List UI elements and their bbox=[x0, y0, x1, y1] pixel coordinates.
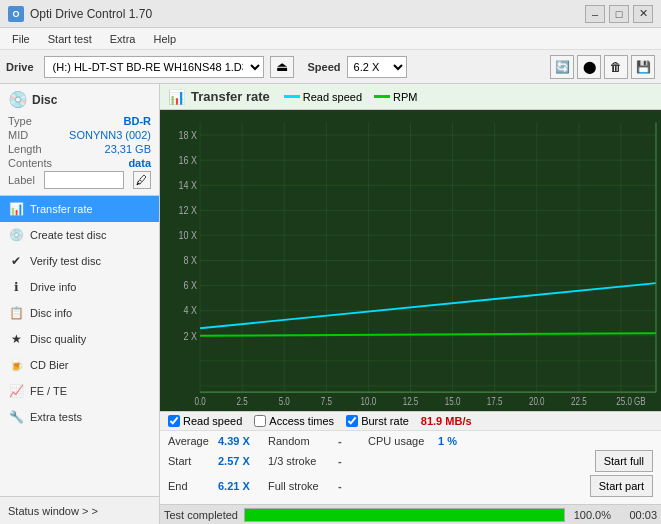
title-bar: O Opti Drive Control 1.70 – □ ✕ bbox=[0, 0, 661, 28]
progress-percent: 100.0% bbox=[571, 509, 611, 521]
main-area: 💿 Disc Type BD-R MID SONYNN3 (002) Lengt… bbox=[0, 84, 661, 524]
label-browse-button[interactable]: 🖊 bbox=[133, 171, 151, 189]
svg-text:25.0 GB: 25.0 GB bbox=[616, 396, 645, 407]
svg-text:10.0: 10.0 bbox=[361, 396, 377, 407]
save-button[interactable]: 💾 bbox=[631, 55, 655, 79]
nav-items: 📊 Transfer rate 💿 Create test disc ✔ Ver… bbox=[0, 196, 159, 496]
read-speed-checkbox[interactable] bbox=[168, 415, 180, 427]
menu-extra[interactable]: Extra bbox=[102, 31, 144, 47]
content-area: 📊 Transfer rate Read speed RPM bbox=[160, 84, 661, 524]
end-label: End bbox=[168, 480, 218, 492]
chart-footer: Read speed Access times Burst rate 81.9 … bbox=[160, 411, 661, 430]
svg-text:2.5: 2.5 bbox=[237, 396, 248, 407]
progress-bar-container: Test completed 100.0% 00:03 bbox=[160, 504, 661, 524]
eject-button[interactable]: ⏏ bbox=[270, 56, 294, 78]
nav-cd-bier[interactable]: 🍺 CD Bier bbox=[0, 352, 159, 378]
legend-rpm-color bbox=[374, 95, 390, 98]
full-stroke-label: Full stroke bbox=[268, 480, 338, 492]
random-value: - bbox=[338, 435, 368, 447]
nav-verify-test-disc-label: Verify test disc bbox=[30, 255, 101, 267]
length-label: Length bbox=[8, 143, 42, 155]
contents-label: Contents bbox=[8, 157, 52, 169]
burst-rate-value: 81.9 MB/s bbox=[421, 415, 472, 427]
svg-text:0.0: 0.0 bbox=[195, 396, 206, 407]
label-input[interactable] bbox=[44, 171, 124, 189]
nav-disc-info[interactable]: 📋 Disc info bbox=[0, 300, 159, 326]
create-test-disc-icon: 💿 bbox=[8, 227, 24, 243]
stat-group-average: Average 4.39 X Random - CPU usage 1 % bbox=[168, 435, 653, 447]
svg-text:7.5: 7.5 bbox=[321, 396, 332, 407]
maximize-button[interactable]: □ bbox=[609, 5, 629, 23]
progress-time: 00:03 bbox=[617, 509, 657, 521]
start-full-button[interactable]: Start full bbox=[595, 450, 653, 472]
stats-area: Average 4.39 X Random - CPU usage 1 % St… bbox=[160, 430, 661, 504]
nav-cd-bier-label: CD Bier bbox=[30, 359, 69, 371]
svg-text:5.0: 5.0 bbox=[279, 396, 290, 407]
mid-value: SONYNN3 (002) bbox=[69, 129, 151, 141]
legend-read-speed: Read speed bbox=[284, 91, 362, 103]
svg-text:17.5: 17.5 bbox=[487, 396, 503, 407]
length-value: 23,31 GB bbox=[105, 143, 151, 155]
chart-icon: 📊 bbox=[168, 89, 185, 105]
svg-text:15.0: 15.0 bbox=[445, 396, 461, 407]
menu-bar: File Start test Extra Help bbox=[0, 28, 661, 50]
nav-disc-quality[interactable]: ★ Disc quality bbox=[0, 326, 159, 352]
burst-rate-checkbox[interactable] bbox=[346, 415, 358, 427]
nav-extra-tests[interactable]: 🔧 Extra tests bbox=[0, 404, 159, 430]
chart-header: 📊 Transfer rate Read speed RPM bbox=[160, 84, 661, 110]
disc-panel: 💿 Disc Type BD-R MID SONYNN3 (002) Lengt… bbox=[0, 84, 159, 196]
progress-bar-outer bbox=[244, 508, 565, 522]
disc-header-label: Disc bbox=[32, 93, 57, 107]
svg-text:6 X: 6 X bbox=[184, 279, 198, 291]
access-times-checkbox-item: Access times bbox=[254, 415, 334, 427]
nav-transfer-rate-label: Transfer rate bbox=[30, 203, 93, 215]
menu-file[interactable]: File bbox=[4, 31, 38, 47]
svg-text:12 X: 12 X bbox=[179, 204, 198, 216]
access-times-checkbox[interactable] bbox=[254, 415, 266, 427]
speed-select[interactable]: 6.2 X bbox=[347, 56, 407, 78]
erase-button[interactable]: 🗑 bbox=[604, 55, 628, 79]
burst-rate-checkbox-label: Burst rate bbox=[361, 415, 409, 427]
burst-rate-checkbox-item: Burst rate bbox=[346, 415, 409, 427]
nav-drive-info[interactable]: ℹ Drive info bbox=[0, 274, 159, 300]
start-label: Start bbox=[168, 455, 218, 467]
nav-create-test-disc[interactable]: 💿 Create test disc bbox=[0, 222, 159, 248]
nav-fe-te-label: FE / TE bbox=[30, 385, 67, 397]
chart-area: 18 X 16 X 14 X 12 X 10 X 8 X 6 X 4 X 2 X… bbox=[160, 110, 661, 411]
svg-text:16 X: 16 X bbox=[179, 154, 198, 166]
drive-bar: Drive (H:) HL-DT-ST BD-RE WH16NS48 1.D3 … bbox=[0, 50, 661, 84]
menu-help[interactable]: Help bbox=[145, 31, 184, 47]
window-controls: – □ ✕ bbox=[585, 5, 653, 23]
start-part-button[interactable]: Start part bbox=[590, 475, 653, 497]
status-window-label: Status window > > bbox=[8, 505, 98, 517]
close-button[interactable]: ✕ bbox=[633, 5, 653, 23]
drive-info-icon: ℹ bbox=[8, 279, 24, 295]
svg-text:12.5: 12.5 bbox=[403, 396, 419, 407]
cd-bier-icon: 🍺 bbox=[8, 357, 24, 373]
svg-text:2 X: 2 X bbox=[184, 330, 198, 342]
type-value: BD-R bbox=[124, 115, 152, 127]
nav-verify-test-disc[interactable]: ✔ Verify test disc bbox=[0, 248, 159, 274]
nav-disc-quality-label: Disc quality bbox=[30, 333, 86, 345]
stroke13-label: 1/3 stroke bbox=[268, 455, 338, 467]
svg-text:22.5: 22.5 bbox=[571, 396, 587, 407]
record-button[interactable]: ⬤ bbox=[577, 55, 601, 79]
contents-value: data bbox=[128, 157, 151, 169]
nav-disc-info-label: Disc info bbox=[30, 307, 72, 319]
svg-text:4 X: 4 X bbox=[184, 304, 198, 316]
stroke13-value: - bbox=[338, 455, 368, 467]
start-value: 2.57 X bbox=[218, 455, 268, 467]
nav-transfer-rate[interactable]: 📊 Transfer rate bbox=[0, 196, 159, 222]
sidebar: 💿 Disc Type BD-R MID SONYNN3 (002) Lengt… bbox=[0, 84, 160, 524]
full-stroke-value: - bbox=[338, 480, 368, 492]
stats-row-end: End 6.21 X Full stroke - Start part bbox=[168, 475, 653, 497]
type-label: Type bbox=[8, 115, 32, 127]
minimize-button[interactable]: – bbox=[585, 5, 605, 23]
drive-select[interactable]: (H:) HL-DT-ST BD-RE WH16NS48 1.D3 bbox=[44, 56, 264, 78]
chart-legend: Read speed RPM bbox=[284, 91, 418, 103]
stats-row-start: Start 2.57 X 1/3 stroke - Start full bbox=[168, 450, 653, 472]
refresh-button[interactable]: 🔄 bbox=[550, 55, 574, 79]
status-window-button[interactable]: Status window > > bbox=[0, 496, 159, 524]
menu-start-test[interactable]: Start test bbox=[40, 31, 100, 47]
nav-fe-te[interactable]: 📈 FE / TE bbox=[0, 378, 159, 404]
